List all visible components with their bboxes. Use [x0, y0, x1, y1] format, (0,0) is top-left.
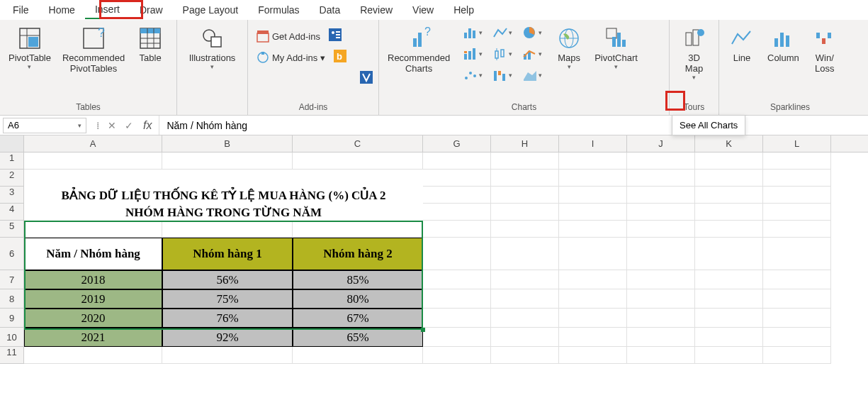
svg-rect-56: [686, 33, 692, 45]
col-L[interactable]: L: [763, 135, 831, 152]
tab-file[interactable]: File: [3, 1, 39, 18]
row-10: 10 2021 92% 65%: [0, 328, 868, 347]
svg-rect-62: [816, 33, 820, 38]
col-H[interactable]: H: [491, 135, 559, 152]
group-tours: 3D Map▾ Tours: [670, 20, 719, 115]
tab-insert[interactable]: Insert: [85, 1, 130, 19]
pie-chart-button[interactable]: ▾: [518, 23, 546, 43]
surface-chart-button[interactable]: ▾: [518, 65, 546, 85]
sparkline-winloss-button[interactable]: Win/ Loss: [808, 23, 842, 77]
maps-button[interactable]: Maps▾: [552, 23, 586, 73]
col-I[interactable]: I: [559, 135, 627, 152]
column-chart-button[interactable]: ▾: [458, 23, 487, 43]
chevron-down-icon: ▾: [614, 63, 618, 70]
col-J[interactable]: J: [627, 135, 695, 152]
scatter-chart-button[interactable]: ▾: [458, 65, 487, 85]
group-sparklines: Line Column Win/ Loss Sparklines: [719, 20, 861, 115]
row-9: 9 2020 76% 67%: [0, 309, 868, 328]
hierarchy-chart-button[interactable]: ▾: [458, 44, 487, 64]
svg-rect-29: [464, 33, 467, 38]
group-label-tables: Tables: [6, 101, 171, 115]
svg-rect-40: [501, 50, 504, 57]
svg-rect-54: [617, 33, 621, 47]
tab-home[interactable]: Home: [39, 1, 85, 18]
svg-rect-47: [498, 71, 501, 75]
group-label-sparklines: Sparklines: [725, 101, 855, 115]
header-year[interactable]: Năm / Nhóm hàng: [24, 238, 162, 270]
row-2: 2: [0, 170, 868, 187]
sparkline-line-button[interactable]: Line: [725, 23, 759, 66]
svg-rect-14: [257, 33, 269, 42]
pivottable-button[interactable]: PivotTable▾: [6, 23, 54, 73]
combo-chart-button[interactable]: ▾: [518, 44, 546, 64]
sparkline-winloss-icon: [812, 26, 838, 51]
visio-icon[interactable]: [360, 71, 373, 87]
cancel-icon[interactable]: ✕: [108, 120, 116, 131]
statistic-chart-button[interactable]: ▾: [488, 44, 517, 64]
tab-help[interactable]: Help: [444, 1, 484, 18]
svg-text:b: b: [337, 51, 342, 62]
svg-rect-20: [336, 37, 340, 38]
chart-gallery: ▾ ▾ ▾ ▾ ▾ ▾ ▾ ▾ ▾: [458, 23, 546, 85]
header-group1[interactable]: Nhóm hàng 1: [162, 238, 293, 270]
svg-point-45: [473, 74, 476, 77]
formula-input[interactable]: Năm / Nhóm hàng: [159, 116, 868, 135]
row-7: 7 2018 56% 85%: [0, 270, 868, 289]
name-box[interactable]: A6 ▾: [3, 118, 86, 133]
line-chart-button[interactable]: ▾: [488, 23, 517, 43]
people-graph-icon[interactable]: [329, 28, 342, 44]
chevron-down-icon[interactable]: ▾: [78, 122, 81, 129]
svg-text:?: ?: [424, 26, 431, 38]
row-3: 3BẢNG DỮ LIỆU THỐNG KÊ TỶ LỆ MUA HÀNG (%…: [0, 187, 868, 204]
svg-rect-31: [473, 30, 475, 38]
bing-icon[interactable]: b: [334, 50, 346, 65]
pivotchart-button[interactable]: PivotChart▾: [592, 23, 641, 73]
tab-formulas[interactable]: Formulas: [248, 1, 309, 18]
svg-rect-7: [140, 28, 160, 33]
addins-icon: [257, 51, 269, 64]
my-addins-button[interactable]: My Add-ins ▾: [254, 50, 328, 65]
get-addins-button[interactable]: Get Add-ins: [254, 28, 323, 44]
title-line2: NHÓM HÀNG TRONG TỪNG NĂM: [24, 204, 423, 221]
svg-rect-37: [495, 51, 498, 58]
col-B[interactable]: B: [162, 135, 293, 152]
select-all-corner[interactable]: [0, 135, 24, 152]
rec-charts-icon: ?: [406, 26, 432, 51]
recommended-pivot-icon: ?: [81, 26, 106, 51]
sparkline-col-icon: [770, 26, 796, 51]
tab-review[interactable]: Review: [350, 1, 402, 18]
recommended-charts-button[interactable]: ? Recommended Charts: [385, 23, 453, 77]
fx-icon[interactable]: fx: [143, 119, 159, 132]
tab-view[interactable]: View: [402, 1, 444, 18]
3dmap-button[interactable]: 3D Map▾: [677, 23, 711, 84]
globe-icon: [556, 26, 582, 51]
col-G[interactable]: G: [423, 135, 491, 152]
illustrations-button[interactable]: Illustrations▾: [186, 23, 239, 73]
worksheet-grid[interactable]: A B C G H I J K L 1 2 3BẢNG DỮ LIỆU THỐN…: [0, 135, 868, 364]
tab-data[interactable]: Data: [310, 1, 351, 18]
table-button[interactable]: Table: [133, 23, 167, 66]
pivotchart-icon: [604, 26, 629, 51]
col-C[interactable]: C: [293, 135, 423, 152]
enter-icon[interactable]: ✓: [125, 120, 133, 131]
chevron-down-icon: ▾: [692, 74, 696, 81]
decrease-icon[interactable]: ⁞: [96, 120, 99, 131]
col-K[interactable]: K: [695, 135, 763, 152]
3dmap-icon: [682, 26, 707, 51]
svg-rect-64: [828, 33, 831, 38]
header-group2[interactable]: Nhóm hàng 2: [293, 238, 423, 270]
shapes-icon: [200, 26, 225, 51]
col-A[interactable]: A: [24, 135, 162, 152]
recommended-pivottables-button[interactable]: ? Recommended PivotTables: [60, 23, 128, 77]
chevron-down-icon: ▾: [568, 63, 571, 70]
svg-rect-15: [257, 30, 269, 34]
chevron-down-icon: ▾: [210, 63, 214, 70]
svg-rect-59: [774, 38, 778, 47]
svg-rect-13: [211, 37, 221, 47]
sparkline-column-button[interactable]: Column: [765, 23, 802, 66]
svg-rect-46: [494, 71, 497, 81]
waterfall-chart-button[interactable]: ▾: [488, 65, 517, 85]
tab-pagelayout[interactable]: Page Layout: [173, 1, 249, 18]
pivottable-icon: [17, 26, 43, 51]
tab-draw[interactable]: Draw: [130, 1, 173, 18]
